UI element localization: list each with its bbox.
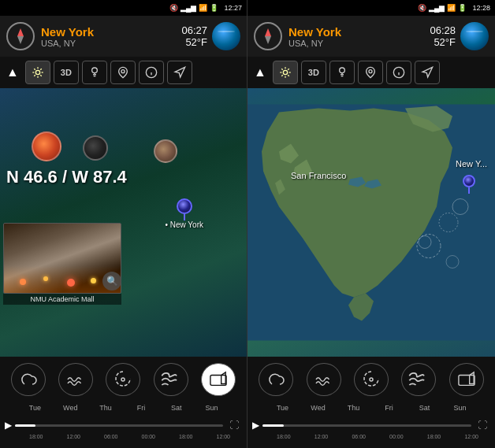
clock-left: 12:27	[224, 4, 242, 12]
sun-day-btn-right[interactable]	[273, 61, 298, 84]
header-info-right: New York USA, NY	[288, 25, 430, 48]
chevron-up-right[interactable]: ▲	[249, 65, 271, 80]
day-wed-left: Wed	[53, 404, 88, 412]
wifi-icon-right: 📶	[447, 4, 456, 12]
time-labels-right: 18:00 12:00 06:00 00:00 18:00 12:00	[249, 434, 493, 445]
compass-left[interactable]	[6, 22, 35, 50]
bottom-controls-right: Tue Wed Thu Fri Sat Sun ▶ ⛶ 18:00 12:00 …	[248, 357, 495, 448]
camera-btn-right[interactable]	[449, 363, 484, 396]
header-right: New York USA, NY 06:28 52°F	[248, 16, 495, 57]
timeline-bar-right[interactable]	[262, 424, 471, 427]
day-fri-right: Fri	[371, 404, 407, 412]
clock-right: 12:28	[472, 4, 490, 12]
svg-marker-45	[469, 372, 474, 384]
fullscreen-btn-left[interactable]: ⛶	[226, 420, 242, 431]
storm-btn-right[interactable]	[354, 363, 389, 396]
newyork-label: New Y...	[456, 159, 487, 168]
camera-btn-left[interactable]	[201, 363, 236, 396]
navigate-btn-left[interactable]	[167, 61, 192, 84]
time-temp-right: 06:28 52°F	[430, 24, 456, 48]
time-0000-left: 00:00	[130, 434, 168, 445]
location-btn-left[interactable]	[110, 61, 136, 84]
3d-btn-left[interactable]: 3D	[54, 61, 79, 84]
wind-btn-left[interactable]	[154, 363, 188, 396]
local-time-left: 06:27	[181, 24, 207, 36]
toolbar-right: ▲ 3D	[248, 57, 495, 88]
compass-inner-left	[13, 28, 28, 44]
wave-btn-right[interactable]	[307, 363, 341, 396]
wave-btn-left[interactable]	[58, 363, 93, 396]
time-1200a-right: 12:00	[303, 434, 341, 445]
webcam-label: NMU Academic Mall	[3, 294, 121, 305]
light-btn-right[interactable]	[329, 61, 355, 84]
webcam-search-btn[interactable]: 🔍	[102, 272, 121, 291]
play-btn-left[interactable]: ▶	[5, 420, 12, 431]
compass-north-right	[265, 28, 271, 36]
time-0600-left: 06:00	[92, 434, 130, 445]
location-btn-right[interactable]	[358, 61, 383, 84]
map-area-right[interactable]: San Francisco New Y...	[248, 88, 495, 357]
time-labels-left: 18:00 12:00 06:00 00:00 18:00 12:00	[2, 434, 245, 445]
map-area-left[interactable]: N 46.6 / W 87.4 • New York 🔍 NMU Academi…	[0, 88, 247, 357]
storm-btn-left[interactable]	[106, 363, 140, 396]
svg-line-5	[34, 68, 35, 69]
bottom-controls-left: Tue Wed Thu Fri Sat Sun ▶ ⛶ 18:00 12:00 …	[0, 357, 247, 448]
light-btn-left[interactable]	[82, 61, 107, 84]
info-btn-left[interactable]	[139, 61, 164, 84]
svg-line-28	[281, 75, 282, 76]
time-1800a-left: 18:00	[17, 434, 55, 445]
svg-line-26	[288, 75, 288, 76]
timeline-bar-left[interactable]	[15, 424, 223, 427]
sun-day-btn-left[interactable]	[25, 61, 50, 84]
play-btn-right[interactable]: ▶	[252, 420, 259, 431]
region-right: USA, NY	[288, 39, 430, 48]
info-btn-right[interactable]	[386, 61, 411, 84]
toolbar-left: ▲ 3D	[0, 57, 247, 88]
weather-icons-row-left	[2, 360, 245, 399]
region-left: USA, NY	[41, 39, 181, 48]
3d-btn-right[interactable]: 3D	[301, 61, 326, 84]
day-sun-right: Sun	[442, 404, 478, 412]
weather-orb-dark	[83, 135, 108, 161]
svg-point-0	[35, 70, 39, 74]
time-1800b-right: 18:00	[415, 434, 453, 445]
pin-tail-right	[468, 187, 470, 194]
svg-line-27	[288, 68, 288, 69]
time-0600-right: 06:00	[340, 434, 378, 445]
city-name-left: New York	[41, 25, 181, 39]
day-sat-right: Sat	[407, 404, 442, 412]
san-francisco-label: San Francisco	[291, 171, 346, 180]
navigate-btn-right[interactable]	[415, 61, 440, 84]
cloud-btn-right[interactable]	[259, 363, 293, 396]
battery-icon: 🔋	[210, 4, 218, 12]
day-tue-left: Tue	[17, 404, 53, 412]
local-time-right: 06:28	[430, 24, 456, 36]
coord-label: N 46.6 / W 87.4	[6, 167, 127, 187]
day-sat-left: Sat	[158, 404, 194, 412]
svg-point-9	[92, 68, 98, 73]
chevron-up-left[interactable]: ▲	[2, 65, 24, 80]
time-0000-right: 00:00	[378, 434, 415, 445]
day-wed-right: Wed	[300, 404, 336, 412]
fullscreen-btn-right[interactable]: ⛶	[475, 420, 490, 431]
wind-btn-right[interactable]	[401, 363, 436, 396]
pin-circle	[177, 198, 192, 214]
timeline-progress-right	[262, 424, 284, 427]
mute-icon: 🔇	[169, 4, 178, 12]
compass-right[interactable]	[254, 22, 282, 50]
temperature-right: 52°F	[434, 36, 456, 48]
timeline-row-right: ▶ ⛶	[249, 417, 493, 434]
battery-icon-right: 🔋	[458, 4, 467, 12]
svg-point-20	[283, 70, 287, 74]
svg-line-6	[40, 75, 41, 76]
globe-icon-left	[212, 22, 240, 50]
cloud-btn-left[interactable]	[11, 363, 46, 396]
temperature-left: 52°F	[185, 36, 207, 48]
time-1800a-right: 18:00	[265, 434, 303, 445]
svg-marker-19	[221, 372, 226, 384]
day-thu-left: Thu	[88, 404, 124, 412]
day-fri-left: Fri	[123, 404, 158, 412]
svg-marker-37	[422, 67, 433, 77]
timeline-progress-left	[15, 424, 35, 427]
weather-icons-row-right	[249, 360, 493, 399]
